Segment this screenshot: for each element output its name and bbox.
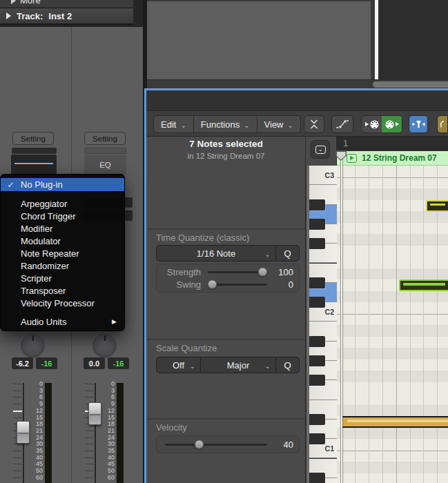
view-menu[interactable]: View [257,116,300,132]
plugin-menu-item[interactable]: Randomizer [1,260,124,273]
scrollbar-thumb[interactable] [373,81,448,88]
midi-note-a2[interactable] [426,200,448,212]
midi-in-button[interactable] [362,116,382,132]
midi-note-d1[interactable] [341,416,448,428]
grid-row[interactable] [337,302,448,314]
grid-row[interactable] [337,188,448,200]
track-header[interactable]: Track: Inst 2 [0,8,133,25]
grid-row[interactable] [337,211,448,223]
midi-note-d2[interactable] [399,279,448,291]
grid-row[interactable] [337,359,448,371]
channel-fader[interactable]: 03691215182124303540455060 [13,381,55,483]
piano-key-black[interactable] [309,297,325,308]
edit-menu[interactable]: Edit [154,116,193,132]
time-quantize-select[interactable]: 1/16 Note [157,246,275,261]
grid-row[interactable] [337,348,448,359]
grid-row[interactable] [337,177,448,189]
plugin-menu-item-audio-units[interactable]: Audio Units ▶ [1,315,124,328]
grid-row[interactable] [337,166,448,177]
eq-thumbnail[interactable] [11,155,57,175]
grid-row[interactable] [337,382,448,394]
piano-key-black[interactable] [309,355,325,366]
plugin-menu-item-selected[interactable]: ✓ No Plug-in [1,178,124,191]
insert-slot[interactable] [84,148,126,154]
fader-scale-number: 45 [32,461,43,467]
insert-slot[interactable] [12,148,57,154]
time-quantize-apply-button[interactable]: Q [275,246,299,261]
fader-cap[interactable] [88,402,101,425]
velocity-slider[interactable] [165,444,267,446]
grid-row[interactable] [337,223,448,235]
grid-row[interactable] [337,337,448,348]
piano-key-black[interactable] [309,473,325,483]
midi-filter-button[interactable] [409,115,428,133]
grid-row[interactable] [337,314,448,326]
grid-row[interactable] [337,451,448,462]
scale-root-select[interactable]: Off [157,357,200,373]
horizontal-scrollbar[interactable] [147,79,448,88]
grid-row[interactable] [337,405,448,417]
functions-menu[interactable]: Functions [193,116,257,132]
grid-row[interactable] [337,393,448,405]
grid-row[interactable] [337,325,448,337]
grid-row[interactable] [337,473,448,483]
channel-setting-button[interactable]: Setting [84,132,126,145]
scale-quantize-apply-button[interactable]: Q [275,357,299,373]
grid-row[interactable] [337,428,448,440]
plugin-menu-item[interactable]: Modulator [1,235,124,248]
grid-row[interactable] [337,371,448,382]
pencil-tool-button[interactable] [437,115,448,133]
plugin-menu-item[interactable]: Modifier [1,223,124,235]
plugin-menu-item[interactable]: Note Repeater [1,248,124,260]
submenu-arrow-icon: ▶ [112,318,117,325]
piano-key-black[interactable] [309,219,325,230]
piano-roll-titlebar[interactable] [146,90,448,111]
piano-key-black[interactable] [309,277,325,288]
plugin-menu-item[interactable]: Velocity Processor [1,297,124,310]
fader-cap[interactable] [17,421,30,444]
piano-key-black[interactable] [309,433,325,444]
catch-playhead-button[interactable] [304,115,324,133]
piano-key-black[interactable] [309,336,325,347]
note-info-button[interactable] [311,140,330,159]
volume-value[interactable]: -6.2 [12,357,33,369]
bar-ruler[interactable]: 1 [337,137,448,151]
automation-button[interactable] [331,115,353,133]
more-row[interactable]: More [0,0,133,8]
pan-knob[interactable] [21,334,44,357]
grid-row[interactable] [337,234,448,246]
fader-scale-number: 35 [32,448,43,454]
plugin-menu-item[interactable]: Arpeggiator [1,198,124,210]
slider-thumb[interactable] [208,280,217,289]
funnel-in-icon [412,119,425,129]
region-header[interactable]: 12 String Dream 07 [337,151,448,166]
grid-row[interactable] [337,257,448,268]
playhead-line[interactable] [341,151,343,483]
grid-row[interactable] [337,439,448,451]
pan-knob[interactable] [93,334,116,357]
region-play-icon[interactable] [347,154,357,163]
grid-row[interactable] [337,462,448,473]
swing-slider[interactable] [208,284,267,286]
plugin-menu-item[interactable]: Chord Trigger [1,210,124,223]
volume-value[interactable]: 0.0 [84,357,105,369]
piano-key-black[interactable] [309,199,325,210]
piano-key-black[interactable] [309,238,325,249]
scale-mode-select[interactable]: Major [200,357,275,373]
level-value: -16 [36,357,57,369]
piano-key-c3[interactable]: C3 [309,166,337,185]
grid-row[interactable] [337,291,448,303]
plugin-menu-item[interactable]: Scripter [1,273,124,285]
midi-out-button[interactable] [382,116,402,132]
grid-row[interactable] [337,268,448,280]
slider-thumb[interactable] [195,440,204,449]
grid-row[interactable] [337,246,448,257]
channel-setting-button[interactable]: Setting [12,132,54,145]
eq-slot[interactable]: EQ [84,155,126,175]
piano-key-black[interactable] [309,414,325,425]
channel-fader[interactable]: 03691215182124303540455060 [85,381,126,483]
strength-slider[interactable] [208,271,267,273]
plugin-menu-item[interactable]: Transposer [1,285,124,297]
slider-thumb[interactable] [258,268,267,277]
piano-key-black[interactable] [309,375,325,386]
